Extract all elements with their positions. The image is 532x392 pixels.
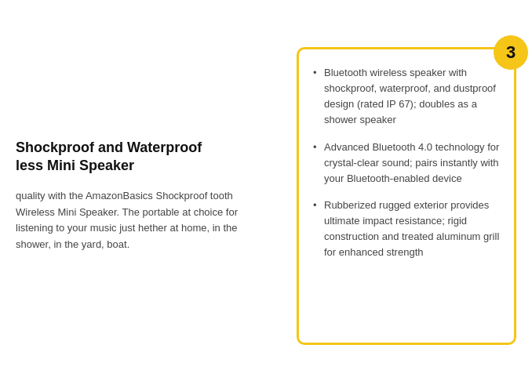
left-panel: Shockproof and Waterproof less Mini Spea…: [16, 131, 273, 261]
feature-item-1: Bluetooth wireless speaker with shockpro…: [313, 65, 500, 129]
feature-list: Bluetooth wireless speaker with shockpro…: [313, 65, 500, 261]
product-title: Shockproof and Waterproof less Mini Spea…: [16, 139, 273, 176]
right-panel: 3 Bluetooth wireless speaker with shockp…: [297, 47, 516, 345]
feature-item-3: Rubberized rugged exterior provides ulti…: [313, 198, 500, 261]
page-container: Shockproof and Waterproof less Mini Spea…: [0, 0, 532, 392]
title-line2: less Mini Speaker: [16, 158, 134, 173]
feature-item-2: Advanced Bluetooth 4.0 technology for cr…: [313, 140, 500, 187]
title-line1: Shockproof and Waterproof: [16, 140, 202, 155]
product-description: quality with the AmazonBasics Shockproof…: [16, 188, 273, 253]
